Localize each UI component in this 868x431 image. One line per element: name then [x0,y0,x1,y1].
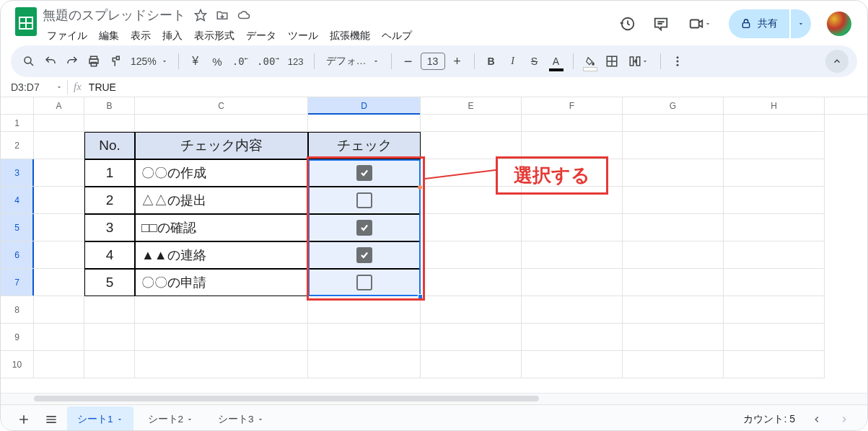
menu-extensions[interactable]: 拡張機能 [325,28,374,44]
cell-content[interactable]: ▲▲の連絡 [135,241,308,269]
cell-checkbox[interactable] [308,214,421,241]
print-icon[interactable] [84,50,103,72]
selection-count[interactable]: カウント: 5 [743,413,795,426]
text-color-icon[interactable]: A [547,50,566,72]
name-box[interactable]: D3:D7 [6,81,67,93]
menu-insert[interactable]: 挿入 [158,28,187,44]
cell-no[interactable]: 5 [84,269,135,296]
scroll-sheets-left-icon[interactable] [805,408,828,431]
share-dropdown[interactable] [791,9,811,38]
sheet-tab[interactable]: シート2 [138,406,204,432]
checkbox-icon[interactable] [356,275,372,290]
font-size-decrease[interactable]: − [399,50,418,72]
checkbox-icon[interactable] [356,247,372,263]
row-header-9[interactable]: 9 [1,324,34,351]
decrease-decimal-icon[interactable]: .0← [229,50,251,72]
borders-icon[interactable] [602,50,621,72]
more-formats-icon[interactable]: 123 [285,50,307,72]
col-header-E[interactable]: E [421,97,522,114]
row-header-1[interactable]: 1 [1,115,34,132]
add-sheet-button[interactable] [12,408,35,431]
meet-icon[interactable] [684,14,716,34]
paint-format-icon[interactable] [106,50,125,72]
col-header-A[interactable]: A [34,97,84,114]
scroll-sheets-right-icon[interactable] [833,408,856,431]
bold-icon[interactable]: B [482,50,501,72]
increase-decimal-icon[interactable]: .00→ [254,50,282,72]
cell-checkbox[interactable] [308,241,421,269]
merge-icon[interactable] [624,50,653,72]
undo-icon[interactable] [41,50,60,72]
col-header-C[interactable]: C [135,97,308,114]
cell-content[interactable]: 〇〇の申請 [135,269,308,296]
cell-checkbox[interactable] [308,159,421,187]
select-all-corner[interactable] [1,97,34,114]
table-header-no[interactable]: No. [84,132,135,159]
percent-icon[interactable]: % [208,50,227,72]
selection-fill-handle[interactable] [418,294,423,299]
all-sheets-button[interactable] [40,408,63,431]
more-toolbar-icon[interactable] [668,50,687,72]
checkbox-icon[interactable] [356,192,372,208]
row-header-3[interactable]: 3 [1,159,34,187]
fill-color-icon[interactable] [581,50,600,72]
col-header-G[interactable]: G [623,97,724,114]
chevron-down-icon[interactable] [186,416,193,423]
menu-file[interactable]: ファイル [43,28,92,44]
sheet-tab[interactable]: シート1 [67,406,133,432]
menu-data[interactable]: データ [242,28,281,44]
row-header-10[interactable]: 10 [1,351,34,378]
sheets-logo-icon[interactable] [12,8,40,35]
formula-value[interactable]: TRUE [89,81,116,93]
sheet-tab[interactable]: シート3 [208,406,274,432]
account-avatar[interactable] [827,12,851,36]
menu-help[interactable]: ヘルプ [377,28,416,44]
comments-icon[interactable] [651,14,671,34]
checkbox-icon[interactable] [356,165,372,181]
col-header-F[interactable]: F [522,97,623,114]
chevron-down-icon[interactable] [257,416,264,423]
strike-icon[interactable]: S [525,50,544,72]
spreadsheet-grid[interactable]: A B C D E F G H 1 2 3 4 5 6 7 8 9 10 No.… [1,97,867,393]
row-header-6[interactable]: 6 [1,241,34,269]
menu-view[interactable]: 表示 [126,28,155,44]
font-select[interactable]: デフォ… [322,50,384,72]
cell-content[interactable]: 〇〇の作成 [135,159,308,187]
cell-checkbox[interactable] [308,187,421,214]
row-header-7[interactable]: 7 [1,269,34,296]
chevron-down-icon[interactable] [116,416,123,423]
table-header-content[interactable]: チェック内容 [135,132,308,159]
star-icon[interactable] [194,9,207,22]
search-menus-icon[interactable] [19,50,38,72]
table-header-check[interactable]: チェック [308,132,421,159]
menu-format[interactable]: 表示形式 [190,28,239,44]
doc-title[interactable]: 無題のスプレッドシート [43,6,185,24]
currency-icon[interactable]: ¥ [186,50,205,72]
cell-no[interactable]: 2 [84,187,135,214]
row-header-4[interactable]: 4 [1,187,34,214]
cell-no[interactable]: 4 [84,241,135,269]
font-size-input[interactable]: 13 [421,53,445,70]
col-header-H[interactable]: H [724,97,825,114]
cell-no[interactable]: 1 [84,159,135,187]
italic-icon[interactable]: I [504,50,522,72]
horizontal-scrollbar[interactable] [1,393,867,404]
col-header-D[interactable]: D [308,97,421,114]
history-icon[interactable] [618,14,638,34]
redo-icon[interactable] [63,50,82,72]
move-folder-icon[interactable] [216,9,229,22]
menu-edit[interactable]: 編集 [95,28,123,44]
zoom-select[interactable]: 125% [128,50,171,72]
cell-no[interactable]: 3 [84,214,135,241]
col-header-B[interactable]: B [84,97,135,114]
row-header-8[interactable]: 8 [1,296,34,324]
font-size-increase[interactable]: + [448,50,467,72]
collapse-toolbar-icon[interactable] [825,50,849,73]
cell-content[interactable]: △△の提出 [135,187,308,214]
cloud-saved-icon[interactable] [237,9,250,22]
row-header-2[interactable]: 2 [1,132,34,159]
cell-checkbox[interactable] [308,269,421,296]
row-header-5[interactable]: 5 [1,214,34,241]
cell-content[interactable]: □□の確認 [135,214,308,241]
share-button[interactable]: 共有 [729,9,789,38]
